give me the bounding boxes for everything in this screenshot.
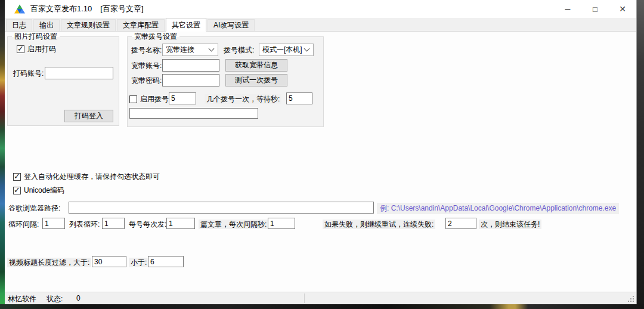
- window-title: 百家文章发布1.10: [30, 4, 92, 14]
- chrome-path-hint: 例: C:\Users\andin\AppData\Local\Google\C…: [377, 203, 619, 214]
- fail-retry-label: 如果失败，则继续重试，连续失败:: [323, 220, 435, 229]
- broadband-account-input[interactable]: [162, 59, 219, 72]
- status-label: 状态:: [47, 294, 63, 304]
- captcha-account-input[interactable]: [45, 67, 113, 79]
- get-broadband-info-button[interactable]: 获取宽带信息: [225, 59, 287, 72]
- window-controls: – □ ✕: [554, 0, 636, 18]
- test-dial-button[interactable]: 测试一次拨号: [225, 74, 287, 86]
- unicode-checkbox[interactable]: Unicode编码: [13, 186, 64, 196]
- dial-status-input[interactable]: [129, 108, 258, 119]
- tab-log[interactable]: 日志: [6, 19, 32, 31]
- desktop-background-right: [637, 0, 644, 309]
- dial-name-select[interactable]: 宽带连接: [162, 44, 218, 56]
- enable-dial-label: 启用拨号: [140, 94, 169, 104]
- checkbox-icon: [129, 95, 137, 103]
- dial-wait-label: 几个拨号一次，等待秒:: [205, 94, 281, 104]
- dial-group-title: 宽带拨号设置: [132, 32, 179, 42]
- title-gt-input[interactable]: [92, 256, 126, 267]
- dial-count-input[interactable]: [169, 92, 196, 104]
- minimize-button[interactable]: –: [554, 0, 581, 18]
- window-subtitle: [百家号文章]: [100, 4, 143, 14]
- checkbox-icon: [17, 45, 24, 53]
- dial-mode-label: 拨号模式:: [224, 45, 254, 55]
- status-divider: [304, 293, 305, 303]
- chrome-path-input[interactable]: [69, 202, 374, 214]
- desktop-background-bottom: [0, 304, 644, 309]
- gap-seconds-input[interactable]: [268, 218, 295, 229]
- fail-count-input[interactable]: [445, 218, 476, 229]
- tab-output[interactable]: 输出: [33, 19, 60, 31]
- video-title-filter-label: 视频标题长度过滤，大于:: [7, 258, 91, 267]
- unicode-checkbox-label: Unicode编码: [24, 186, 64, 196]
- title-lt-input[interactable]: [148, 256, 184, 267]
- status-value: 0: [76, 294, 80, 302]
- captcha-login-button[interactable]: 打码登入: [64, 110, 113, 122]
- enable-captcha-checkbox[interactable]: 启用打码: [17, 44, 56, 54]
- dial-name-value: 宽带连接: [166, 45, 194, 55]
- title-lt-label: 小于:: [129, 258, 148, 267]
- dial-mode-value: 模式一[本机]: [262, 45, 302, 55]
- broadband-password-input[interactable]: [162, 74, 219, 86]
- tab-other-settings[interactable]: 其它设置: [166, 18, 206, 32]
- resize-grip[interactable]: [633, 301, 634, 302]
- loop-interval-label: 循环间隔:: [8, 220, 39, 229]
- gap-seconds-label: 篇文章，每次间隔秒:: [199, 220, 268, 229]
- app-window: 百家文章发布1.10 [百家号文章] – □ ✕ 日志 输出 文章规则设置 文章…: [5, 0, 637, 304]
- chevron-down-icon: [304, 46, 310, 52]
- fail-suffix-label: 次，则结束该任务!: [479, 220, 541, 229]
- list-loop-label: 列表循环:: [69, 220, 100, 229]
- desktop-background-left: [0, 0, 5, 309]
- loop-interval-input[interactable]: [42, 218, 65, 229]
- dial-name-label: 拨号名称:: [131, 45, 162, 55]
- per-account-input[interactable]: [166, 218, 195, 229]
- broadband-account-label: 宽带账号:: [131, 61, 162, 70]
- brand-label: 林忆软件: [8, 294, 36, 304]
- enable-dial-checkbox[interactable]: 启用拨号: [129, 94, 169, 104]
- tab-ai-rewrite[interactable]: AI改写设置: [208, 19, 255, 31]
- app-icon: [14, 4, 25, 14]
- chevron-down-icon: [209, 46, 215, 52]
- status-bar: 林忆软件 状态: 0: [5, 292, 636, 304]
- broadband-password-label: 宽带密码:: [131, 76, 162, 85]
- tab-article-library[interactable]: 文章库配置: [117, 19, 165, 31]
- dial-mode-select[interactable]: 模式一[本机]: [259, 44, 314, 56]
- titlebar: 百家文章发布1.10 [百家号文章] – □ ✕: [5, 0, 636, 18]
- list-loop-input[interactable]: [102, 218, 125, 229]
- checkbox-icon: [13, 173, 21, 181]
- cache-checkbox[interactable]: 登入自动化处理缓存，请保持勾选状态即可: [13, 172, 160, 182]
- maximize-button[interactable]: □: [581, 0, 609, 18]
- chrome-path-label: 谷歌浏览器路径:: [8, 203, 60, 213]
- checkbox-icon: [13, 187, 21, 194]
- tab-article-rules[interactable]: 文章规则设置: [61, 19, 116, 31]
- captcha-account-label: 打码账号:: [13, 69, 44, 78]
- per-account-label: 每号每次发:: [129, 220, 166, 229]
- close-button[interactable]: ✕: [609, 0, 636, 18]
- cache-checkbox-label: 登入自动化处理缓存，请保持勾选状态即可: [24, 172, 160, 182]
- dial-wait-input[interactable]: [286, 92, 312, 104]
- tab-bar: 日志 输出 文章规则设置 文章库配置 其它设置 AI改写设置: [5, 18, 636, 32]
- captcha-group-title: 图片打码设置: [12, 32, 60, 42]
- enable-captcha-label: 启用打码: [27, 44, 56, 54]
